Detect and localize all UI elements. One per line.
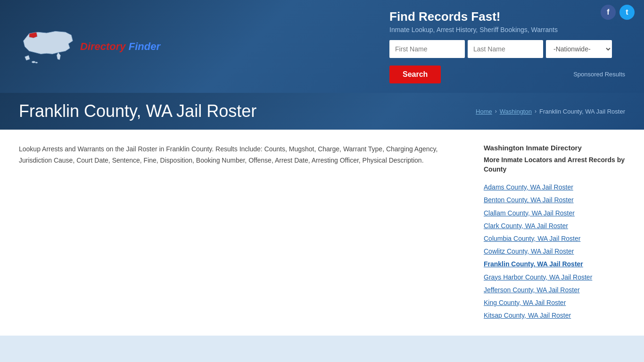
twitter-button[interactable]: t [619, 5, 635, 20]
page-title-bar: Franklin County, WA Jail Roster Home › W… [0, 93, 644, 130]
search-form: -Nationwide- [389, 40, 625, 58]
logo-area: Directory Finder [19, 28, 160, 66]
page-title: Franklin County, WA Jail Roster [19, 101, 256, 121]
twitter-icon: t [626, 8, 628, 16]
sidebar-link[interactable]: Jefferson County, WA Jail Roster [484, 284, 625, 296]
svg-marker-2 [29, 32, 37, 38]
breadcrumb-separator-2: › [535, 108, 537, 115]
sidebar-link[interactable]: Grays Harbor County, WA Jail Roster [484, 272, 625, 283]
breadcrumb-current: Franklin County, WA Jail Roster [539, 108, 625, 115]
svg-point-4 [32, 61, 35, 63]
svg-marker-1 [57, 52, 60, 59]
sidebar-links: Adams County, WA Jail RosterBenton Count… [484, 181, 625, 321]
sidebar: Washington Inmate Directory More Inmate … [484, 144, 625, 321]
logo-directory: Directory [80, 41, 126, 52]
state-select[interactable]: -Nationwide- [546, 40, 612, 58]
breadcrumb-state[interactable]: Washington [500, 108, 532, 115]
us-map-icon [19, 28, 80, 66]
sidebar-link[interactable]: Benton County, WA Jail Roster [484, 194, 625, 206]
sidebar-link[interactable]: Columbia County, WA Jail Roster [484, 233, 625, 245]
main-content: Lookup Arrests and Warrants on the Jail … [0, 130, 644, 336]
sidebar-directory-title: Washington Inmate Directory [484, 144, 625, 152]
sidebar-link[interactable]: King County, WA Jail Roster [484, 297, 625, 309]
breadcrumb: Home › Washington › Franklin County, WA … [476, 108, 625, 115]
sidebar-link[interactable]: Cowlitz County, WA Jail Roster [484, 246, 625, 257]
logo-finder: Finder [129, 41, 160, 52]
page-description: Lookup Arrests and Warrants on the Jail … [19, 144, 465, 166]
first-name-input[interactable] [389, 40, 465, 58]
sidebar-link[interactable]: Adams County, WA Jail Roster [484, 181, 625, 193]
facebook-icon: f [607, 8, 609, 16]
logo-text: Directory Finder [80, 41, 160, 53]
svg-marker-3 [25, 55, 30, 60]
svg-point-5 [35, 62, 38, 63]
sidebar-link[interactable]: Clark County, WA Jail Roster [484, 220, 625, 232]
logo-container[interactable]: Directory Finder [19, 28, 160, 66]
facebook-button[interactable]: f [601, 5, 616, 20]
sidebar-county-title: More Inmate Locators and Arrest Records … [484, 156, 625, 174]
site-header: Directory Finder Find Records Fast! Inma… [0, 0, 644, 93]
sidebar-link[interactable]: Clallam County, WA Jail Roster [484, 207, 625, 219]
search-button[interactable]: Search [389, 66, 441, 83]
breadcrumb-separator-1: › [495, 108, 497, 115]
last-name-input[interactable] [468, 40, 543, 58]
content-left: Lookup Arrests and Warrants on the Jail … [19, 144, 484, 321]
search-area: Find Records Fast! Inmate Lookup, Arrest… [389, 9, 625, 83]
search-heading: Find Records Fast! [389, 9, 625, 24]
sponsored-label: Sponsored Results [573, 71, 625, 78]
breadcrumb-home[interactable]: Home [476, 108, 492, 115]
search-subtitle: Inmate Lookup, Arrest History, Sheriff B… [389, 26, 625, 33]
social-bar: f t [601, 5, 635, 20]
sidebar-link[interactable]: Kitsap County, WA Jail Roster [484, 310, 625, 321]
sidebar-link[interactable]: Franklin County, WA Jail Roster [484, 258, 625, 270]
